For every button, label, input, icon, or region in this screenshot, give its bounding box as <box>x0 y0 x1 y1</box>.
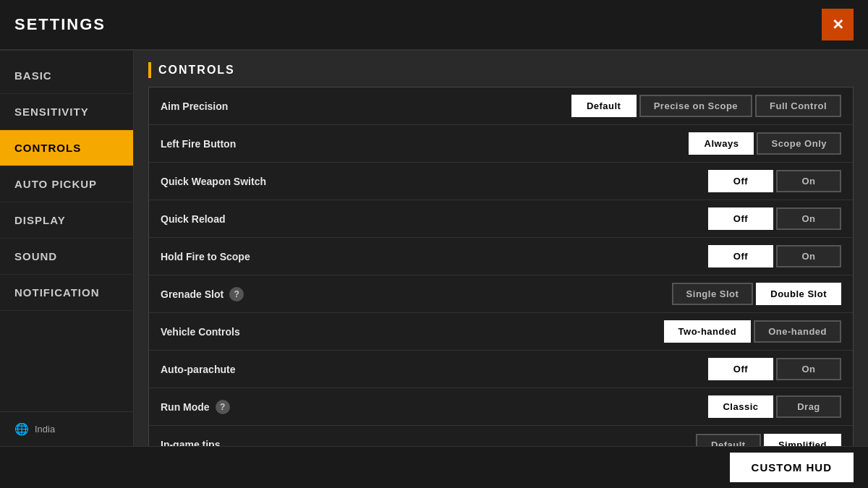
setting-controls-in-game-tips: DefaultSimplified <box>696 434 841 447</box>
setting-row-auto-parachute: Auto-parachuteOffOn <box>149 351 853 388</box>
sidebar-item-controls[interactable]: CONTROLS <box>0 130 133 166</box>
setting-label-aim-precision: Aim Precision <box>161 100 571 112</box>
setting-controls-aim-precision: DefaultPrecise on ScopeFull Control <box>571 95 841 117</box>
setting-controls-quick-weapon-switch: OffOn <box>708 170 841 192</box>
toggle-btn-auto-parachute-0[interactable]: Off <box>708 358 773 380</box>
header: SETTINGS ✕ <box>0 0 868 51</box>
setting-controls-auto-parachute: OffOn <box>708 358 841 380</box>
section-title: CONTROLS <box>158 64 235 77</box>
globe-icon: 🌐 <box>14 422 29 436</box>
setting-label-auto-parachute: Auto-parachute <box>161 364 708 375</box>
toggle-btn-vehicle-controls-0[interactable]: Two-handed <box>664 320 752 343</box>
setting-label-in-game-tips: In-game tips <box>161 439 696 446</box>
setting-row-quick-weapon-switch: Quick Weapon SwitchOffOn <box>149 163 853 200</box>
section-bar <box>148 62 151 78</box>
close-button[interactable]: ✕ <box>822 9 854 40</box>
section-header: CONTROLS <box>148 62 854 78</box>
toggle-btn-quick-weapon-switch-1[interactable]: On <box>776 170 841 192</box>
setting-row-aim-precision: Aim PrecisionDefaultPrecise on ScopeFull… <box>149 87 853 125</box>
toggle-btn-run-mode-0[interactable]: Classic <box>708 395 773 418</box>
help-icon-grenade-slot[interactable]: ? <box>229 287 244 301</box>
toggle-btn-quick-weapon-switch-0[interactable]: Off <box>708 170 773 192</box>
page-title: SETTINGS <box>14 15 106 34</box>
setting-controls-grenade-slot: Single SlotDouble Slot <box>672 283 841 305</box>
toggle-btn-left-fire-button-1[interactable]: Scope Only <box>757 132 841 155</box>
setting-row-grenade-slot: Grenade Slot?Single SlotDouble Slot <box>149 275 853 313</box>
toggle-btn-grenade-slot-0[interactable]: Single Slot <box>672 283 754 305</box>
setting-label-run-mode: Run Mode? <box>161 400 708 414</box>
toggle-btn-auto-parachute-1[interactable]: On <box>776 358 841 380</box>
setting-row-vehicle-controls: Vehicle ControlsTwo-handedOne-handed <box>149 313 853 351</box>
sidebar-item-notification[interactable]: NOTIFICATION <box>0 275 133 311</box>
toggle-btn-in-game-tips-0[interactable]: Default <box>696 434 761 447</box>
sidebar-item-basic[interactable]: BASIC <box>0 58 133 94</box>
sidebar-item-sensitivity[interactable]: SENSITIVITY <box>0 94 133 130</box>
toggle-btn-in-game-tips-1[interactable]: Simplified <box>764 434 841 447</box>
toggle-btn-aim-precision-1[interactable]: Precise on Scope <box>639 95 752 117</box>
toggle-btn-run-mode-1[interactable]: Drag <box>776 395 841 418</box>
toggle-btn-aim-precision-2[interactable]: Full Control <box>755 95 841 117</box>
bottom-bar: CUSTOM HUD <box>0 446 868 488</box>
toggle-btn-hold-fire-to-scope-0[interactable]: Off <box>708 245 773 267</box>
toggle-btn-grenade-slot-1[interactable]: Double Slot <box>756 283 841 305</box>
setting-row-quick-reload: Quick ReloadOffOn <box>149 200 853 238</box>
setting-row-run-mode: Run Mode?ClassicDrag <box>149 388 853 426</box>
sidebar-footer: 🌐 India <box>0 411 133 446</box>
setting-label-quick-reload: Quick Reload <box>161 213 708 225</box>
help-icon-run-mode[interactable]: ? <box>216 400 230 414</box>
setting-row-left-fire-button: Left Fire ButtonAlwaysScope Only <box>149 125 853 163</box>
setting-label-hold-fire-to-scope: Hold Fire to Scope <box>161 251 708 262</box>
setting-label-left-fire-button: Left Fire Button <box>161 138 689 150</box>
toggle-btn-hold-fire-to-scope-1[interactable]: On <box>776 245 841 267</box>
setting-controls-quick-reload: OffOn <box>708 207 841 230</box>
sidebar-item-auto-pickup[interactable]: AUTO PICKUP <box>0 166 133 202</box>
sidebar: BASICSENSITIVITYCONTROLSAUTO PICKUPDISPL… <box>0 51 134 446</box>
toggle-btn-left-fire-button-0[interactable]: Always <box>689 132 754 155</box>
setting-row-hold-fire-to-scope: Hold Fire to ScopeOffOn <box>149 238 853 275</box>
sidebar-item-display[interactable]: DISPLAY <box>0 202 133 239</box>
setting-label-vehicle-controls: Vehicle Controls <box>161 326 664 338</box>
toggle-btn-quick-reload-1[interactable]: On <box>776 207 841 230</box>
region-label: India <box>35 424 55 435</box>
main-layout: BASICSENSITIVITYCONTROLSAUTO PICKUPDISPL… <box>0 51 868 446</box>
content-area: CONTROLS Aim PrecisionDefaultPrecise on … <box>134 51 868 446</box>
settings-panel: Aim PrecisionDefaultPrecise on ScopeFull… <box>148 87 854 446</box>
custom-hud-button[interactable]: CUSTOM HUD <box>730 453 854 482</box>
toggle-btn-aim-precision-0[interactable]: Default <box>571 95 637 117</box>
setting-label-quick-weapon-switch: Quick Weapon Switch <box>161 176 708 187</box>
setting-controls-left-fire-button: AlwaysScope Only <box>689 132 841 155</box>
sidebar-item-sound[interactable]: SOUND <box>0 239 133 275</box>
setting-controls-run-mode: ClassicDrag <box>708 395 841 418</box>
setting-label-grenade-slot: Grenade Slot? <box>161 287 672 301</box>
toggle-btn-quick-reload-0[interactable]: Off <box>708 207 773 230</box>
setting-controls-hold-fire-to-scope: OffOn <box>708 245 841 267</box>
toggle-btn-vehicle-controls-1[interactable]: One-handed <box>754 320 841 343</box>
setting-controls-vehicle-controls: Two-handedOne-handed <box>664 320 841 343</box>
setting-row-in-game-tips: In-game tipsDefaultSimplified <box>149 426 853 446</box>
